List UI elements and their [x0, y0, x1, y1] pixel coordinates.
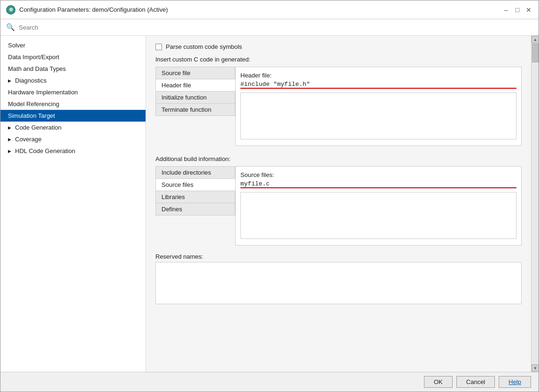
scrollbar: ▲ ▼	[531, 36, 539, 372]
sidebar-item-model-referencing[interactable]: Model Referencing	[0, 98, 146, 110]
model-referencing-label: Model Referencing	[8, 100, 59, 108]
parse-checkbox-row: Parse custom code symbols	[155, 43, 522, 50]
window-title: Configuration Parameters: demo/Configura…	[19, 6, 168, 13]
close-button[interactable]: ✕	[524, 6, 533, 14]
source-files-value: myfile.c	[240, 180, 516, 188]
scroll-down-button[interactable]: ▼	[531, 364, 539, 372]
reserved-names-textarea[interactable]	[155, 262, 522, 304]
ok-button[interactable]: OK	[424, 376, 453, 388]
sidebar-item-data-import-export[interactable]: Data Import/Export	[0, 51, 146, 63]
math-data-label: Math and Data Types	[8, 65, 66, 72]
sidebar-item-hardware-impl[interactable]: Hardware Implementation	[0, 86, 146, 98]
help-button[interactable]: Help	[499, 376, 531, 388]
hdl-code-gen-label: HDL Code Generation	[15, 147, 75, 154]
footer: OK Cancel Help	[0, 372, 539, 392]
additional-tab-content: Source files: myfile.c	[235, 166, 522, 246]
additional-section: Additional build information: Include di…	[155, 155, 522, 246]
additional-section-label: Additional build information:	[155, 155, 522, 162]
tab-libraries[interactable]: Libraries	[155, 191, 235, 203]
diagnostics-label: Diagnostics	[15, 77, 46, 84]
cancel-button[interactable]: Cancel	[456, 376, 495, 388]
search-bar: 🔍	[0, 19, 539, 36]
main-window: ⚙ Configuration Parameters: demo/Configu…	[0, 0, 539, 392]
search-icon: 🔍	[6, 23, 15, 31]
tab-header-file[interactable]: Header file	[155, 79, 235, 92]
insert-tab-list: Source file Header file Initialize funct…	[155, 67, 235, 146]
header-file-label: Header file:	[240, 72, 516, 79]
sidebar: Solver Data Import/Export Math and Data …	[0, 36, 146, 372]
sidebar-item-math-data-types[interactable]: Math and Data Types	[0, 63, 146, 75]
parse-checkbox[interactable]	[155, 44, 162, 50]
tab-include-directories[interactable]: Include directories	[155, 166, 235, 179]
title-bar: ⚙ Configuration Parameters: demo/Configu…	[0, 0, 539, 19]
content-area: Parse custom code symbols Insert custom …	[146, 36, 531, 372]
parse-checkbox-label: Parse custom code symbols	[166, 43, 242, 50]
main-content: Solver Data Import/Export Math and Data …	[0, 36, 539, 372]
sidebar-item-simulation-target[interactable]: Simulation Target	[0, 110, 146, 122]
insert-section-label: Insert custom C code in generated:	[155, 56, 522, 63]
sidebar-item-hdl-code-generation[interactable]: HDL Code Generation	[0, 145, 146, 157]
tab-source-files[interactable]: Source files	[155, 178, 235, 191]
search-input[interactable]	[19, 24, 533, 31]
insert-tab-content: Header file: #include "myfile.h"	[235, 67, 522, 146]
reserved-names-label: Reserved names:	[155, 253, 522, 260]
header-file-textarea[interactable]	[240, 92, 516, 139]
data-import-label: Data Import/Export	[8, 54, 59, 61]
code-generation-label: Code Generation	[15, 124, 62, 131]
tab-initialize-function[interactable]: Initialize function	[155, 91, 235, 104]
sidebar-item-diagnostics[interactable]: Diagnostics	[0, 75, 146, 86]
insert-section: Insert custom C code in generated: Sourc…	[155, 56, 522, 146]
title-bar-left: ⚙ Configuration Parameters: demo/Configu…	[6, 5, 168, 15]
coverage-label: Coverage	[15, 136, 41, 143]
tab-defines[interactable]: Defines	[155, 203, 235, 215]
sidebar-item-coverage[interactable]: Coverage	[0, 133, 146, 145]
insert-tabs-container: Source file Header file Initialize funct…	[155, 67, 522, 146]
sidebar-item-solver[interactable]: Solver	[0, 39, 146, 51]
simulation-target-label: Simulation Target	[8, 112, 55, 119]
reserved-names-section: Reserved names:	[155, 253, 522, 306]
tab-source-file[interactable]: Source file	[155, 67, 235, 79]
minimize-button[interactable]: –	[502, 6, 510, 14]
solver-label: Solver	[8, 42, 25, 49]
source-files-textarea[interactable]	[240, 192, 516, 239]
additional-tab-list: Include directories Source files Librari…	[155, 166, 235, 246]
scroll-thumb[interactable]	[532, 44, 539, 62]
scroll-up-button[interactable]: ▲	[531, 36, 539, 43]
source-files-label: Source files:	[240, 171, 516, 178]
tab-terminate-function[interactable]: Terminate function	[155, 103, 235, 116]
hardware-impl-label: Hardware Implementation	[8, 89, 78, 96]
sidebar-item-code-generation[interactable]: Code Generation	[0, 122, 146, 133]
additional-tabs-container: Include directories Source files Librari…	[155, 166, 522, 246]
app-icon: ⚙	[6, 5, 15, 15]
window-controls: – □ ✕	[502, 6, 533, 14]
header-file-value: #include "myfile.h"	[240, 81, 516, 89]
maximize-button[interactable]: □	[513, 6, 522, 14]
